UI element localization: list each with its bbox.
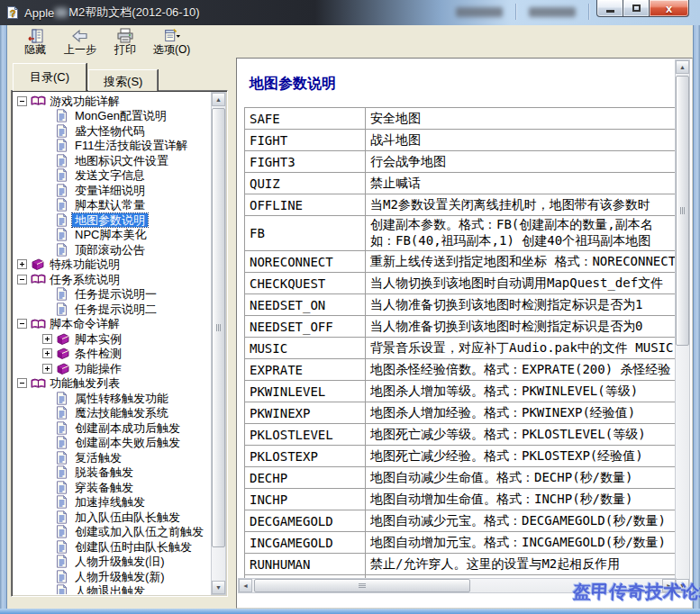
param-name-cell: FIGHT3 [245, 151, 366, 173]
tree-item[interactable]: 功能操作 [14, 361, 210, 376]
toolbar-button-hide[interactable]: 隐藏 [13, 26, 58, 58]
expand-plus-icon[interactable] [17, 259, 27, 269]
page-icon [56, 139, 72, 152]
tree-item[interactable]: 任务系统说明 [14, 272, 210, 287]
tree-item[interactable]: 穿装备触发 [14, 480, 210, 495]
tree-item[interactable]: NPC脚本美化 [14, 228, 210, 243]
toolbar: 隐藏上一步打印选项(O) [7, 25, 693, 58]
page-icon [56, 184, 72, 197]
tree-item-label: 属性转移触发功能 [72, 392, 171, 405]
help-viewer-window: ? Apple M2帮助文档(2012-06-10) x 隐藏上一步打印选项(O… [0, 0, 700, 614]
collapse-minus-icon[interactable] [17, 275, 27, 284]
tree-item[interactable]: 人物退出触发 [14, 584, 210, 595]
tree-item[interactable]: 任务提示说明二 [14, 302, 210, 317]
tree-item[interactable]: 加入队伍由队长触发 [14, 510, 210, 525]
tree-item-label: 创建副本成功后触发 [72, 421, 183, 435]
tree-item-label: 地图标识文件设置 [72, 154, 171, 167]
tree-item-label: 游戏功能详解 [47, 95, 123, 108]
table-row: RUNHUMAN禁止/允许穿人。这里的设置与M2起相反作用 [245, 554, 676, 575]
scroll-left-icon[interactable]: ◄ [239, 579, 252, 592]
tree-item[interactable]: 发送文字信息 [14, 168, 210, 184]
collapse-minus-icon[interactable] [17, 96, 27, 106]
param-name-cell: NORECONNECT [245, 251, 366, 273]
param-desc-cell: 创建副本参数。格式：FB(创建副本的数量,副本名 如：FB(40,祖玛副本,1)… [366, 216, 676, 251]
toolbar-button-options[interactable]: 选项(O) [148, 26, 195, 58]
tree-item[interactable]: 属性转移触发功能 [14, 391, 210, 406]
toolbar-button-back[interactable]: 上一步 [58, 26, 103, 58]
close-icon: x [666, 2, 672, 15]
scroll-up-icon[interactable]: ▲ [212, 93, 225, 106]
svg-text:?: ? [10, 8, 16, 19]
minimize-icon [606, 10, 614, 13]
expand-plus-icon[interactable] [42, 364, 52, 374]
tree-item[interactable]: 游戏功能详解 [14, 94, 210, 109]
tree-item[interactable]: 顶部滚动公告 [14, 242, 210, 257]
separator [588, 4, 589, 20]
tree-item[interactable]: 任务提示说明一 [14, 287, 210, 302]
tree-item[interactable]: 脚本默认常量 [14, 198, 210, 213]
tree-item[interactable]: 创建或加入队伍之前触发 [14, 525, 210, 540]
expand-plus-icon[interactable] [42, 348, 52, 358]
page-icon [56, 154, 72, 167]
book-open-icon [31, 273, 47, 286]
thumb-grip [680, 207, 686, 214]
page-icon [56, 584, 72, 594]
tree-item[interactable]: 特殊功能说明 [14, 257, 210, 273]
tree-item[interactable]: 人物升级触发(新) [14, 569, 210, 584]
tab-search[interactable]: 搜索(S) [88, 69, 158, 91]
scroll-up-icon[interactable]: ▲ [676, 60, 689, 74]
tree-item[interactable]: 魔法技能触发系统 [14, 406, 210, 421]
tree-item-label: 脚本命令详解 [47, 317, 123, 330]
toolbar-button-label: 选项(O) [153, 44, 190, 56]
expand-plus-icon[interactable] [42, 334, 52, 344]
tree-item[interactable]: 加速掉线触发 [14, 495, 210, 510]
tree-item[interactable]: 创建副本失败后触发 [14, 436, 210, 451]
tree-scrollbar-thumb[interactable] [212, 108, 225, 547]
table-row: PKWINLEVEL地图杀人增加等级。格式：PKWINLEVEL(等级) [245, 381, 676, 402]
tab-contents[interactable]: 目录(C) [13, 63, 86, 91]
collapse-minus-icon[interactable] [17, 378, 27, 388]
table-row: FIGHT3行会战争地图 [245, 151, 676, 173]
tree-item[interactable]: 变量详细说明 [14, 183, 210, 198]
contents-tree: 游戏功能详解MonGen配置说明盛大怪物代码F11生活技能设置详解地图标识文件设… [14, 94, 210, 594]
tree-item[interactable]: F11生活技能设置详解 [14, 139, 210, 154]
content-hscrollbar-thumb[interactable] [254, 579, 470, 592]
toolbar-button-print[interactable]: 打印 [103, 26, 148, 58]
tree-item-label: 创建副本失败后触发 [72, 436, 183, 449]
collapse-minus-icon[interactable] [17, 319, 27, 329]
tree-item[interactable]: 脱装备触发 [14, 465, 210, 481]
tree-item[interactable]: 地图参数说明 [14, 212, 210, 228]
tree-item[interactable]: 功能触发列表 [14, 376, 210, 392]
tree-item[interactable]: 脚本实例 [14, 331, 210, 347]
tree-item[interactable]: 创建队伍时由队长触发 [14, 539, 210, 555]
param-desc-cell: 重新上线传送到指定地图和坐标 格式：NORECONNECT [366, 251, 676, 273]
tree-item[interactable]: 条件检测 [14, 347, 210, 362]
content-vscrollbar-thumb[interactable] [676, 76, 689, 346]
param-name-cell: CHECKQUEST [245, 273, 366, 294]
book-open-icon [31, 376, 47, 390]
scroll-down-icon[interactable]: ▼ [212, 581, 225, 594]
param-name-cell: NEEDSET_OFF [245, 316, 366, 338]
close-button[interactable]: x [649, 0, 689, 17]
tree-item[interactable]: MonGen配置说明 [14, 109, 210, 124]
minimize-button[interactable] [596, 0, 623, 17]
tree-scrollbar[interactable]: ▲ ▼ [211, 92, 226, 595]
tree-item-label: 创建或加入队伍之前触发 [72, 525, 206, 538]
param-desc-cell: 地图自动减少元宝。格式：DECGAMEGOLD(秒/数量) [366, 510, 676, 532]
tree-item[interactable]: 地图标识文件设置 [14, 153, 210, 168]
param-name-cell: DECGAMEGOLD [245, 510, 366, 532]
param-desc-cell: 地图自动增加生命值。格式：INCHP(秒/数量) [366, 489, 676, 510]
topic-content-panel: 地图参数说明 SAFE安全地图FIGHT战斗地图FIGHT3行会战争地图QUIZ… [236, 58, 693, 609]
content-vscrollbar[interactable]: ▲ ▼ [675, 59, 690, 593]
param-name-cell: FB [245, 216, 366, 251]
tree-item[interactable]: 创建副本成功后触发 [14, 420, 210, 436]
param-name-cell: FIGHT [245, 130, 366, 151]
tree-item[interactable]: 脚本命令详解 [14, 317, 210, 332]
tree-item[interactable]: 复活触发 [14, 450, 210, 465]
tree-item[interactable]: 人物升级触发(旧) [14, 555, 210, 570]
maximize-button[interactable] [623, 0, 649, 17]
page-icon [56, 481, 72, 494]
tree-item[interactable]: 盛大怪物代码 [14, 123, 210, 139]
window-border-right [693, 25, 700, 614]
page-icon [56, 436, 72, 449]
